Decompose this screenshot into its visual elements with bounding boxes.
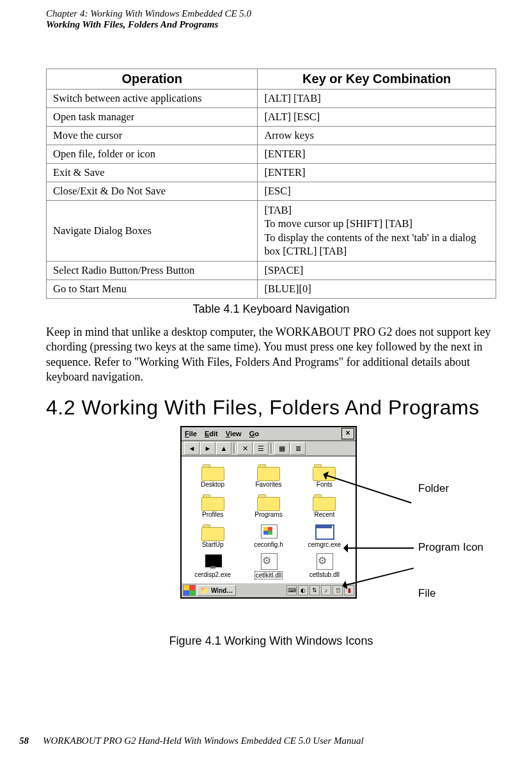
table-row: Navigate Dialog Boxes [TAB] To move curs… <box>47 201 496 262</box>
close-icon[interactable]: × <box>341 428 354 439</box>
display-exe-icon <box>201 552 224 570</box>
table-row: Move the cursor Arrow keys <box>47 127 496 145</box>
key-cell: Arrow keys <box>258 127 496 145</box>
folder-icon <box>257 492 280 510</box>
taskbar-folder-icon: 📁 <box>200 586 209 595</box>
key-cell: [ENTER] <box>258 145 496 164</box>
annotation-file: File <box>418 587 435 600</box>
op-cell: Move the cursor <box>47 127 258 145</box>
folder-icon <box>201 462 224 480</box>
list-item[interactable]: cerdisp2.exe <box>185 552 240 579</box>
list-item[interactable]: Desktop <box>185 462 240 488</box>
up-icon[interactable]: ▲ <box>216 442 231 455</box>
list-item[interactable]: Programs <box>241 492 295 518</box>
key-cell: [TAB] To move cursor up [SHIFT] [TAB] To… <box>258 201 496 262</box>
key-cell: [SPACE] <box>258 261 496 279</box>
task-label: Wind… <box>211 587 233 594</box>
section-heading: 4.2 Working With Files, Folders And Prog… <box>46 396 496 420</box>
list-item[interactable]: Profiles <box>185 492 240 518</box>
table-row: Open file, folder or icon [ENTER] <box>47 145 496 164</box>
large-icons-icon[interactable]: ▦ <box>274 442 290 455</box>
menu-go[interactable]: Go <box>247 429 261 438</box>
folder-icon <box>313 492 336 510</box>
item-label: Programs <box>254 511 282 518</box>
annotation-program-icon: Program Icon <box>418 541 483 554</box>
op-cell: Close/Exit & Do Not Save <box>47 182 258 201</box>
properties-icon[interactable]: ☰ <box>253 442 269 455</box>
item-label: ceconfig.h <box>254 541 283 548</box>
table-header-operation: Operation <box>47 69 258 90</box>
op-cell: Select Radio Button/Press Button <box>47 261 258 279</box>
menu-file[interactable]: File <box>183 429 199 438</box>
menu-view[interactable]: View <box>224 429 244 438</box>
toolbar-separator <box>233 443 235 453</box>
op-cell: Open task manager <box>47 108 258 127</box>
op-cell: Go to Start Menu <box>47 279 258 298</box>
forward-icon[interactable]: ► <box>200 442 215 455</box>
list-item[interactable]: Favorites <box>241 462 295 488</box>
table-row: Go to Start Menu [BLUE][0] <box>47 279 496 298</box>
list-item[interactable]: cetlstub.dll <box>297 552 352 579</box>
item-label: Profiles <box>202 511 223 518</box>
list-item[interactable]: ceconfig.h <box>241 522 295 548</box>
item-label: Favorites <box>255 481 281 488</box>
table-row: Exit & Save [ENTER] <box>47 164 496 182</box>
tray-icon[interactable]: ♪ <box>321 585 331 595</box>
key-cell: [ALT] [ESC] <box>258 108 496 127</box>
op-cell: Navigate Dialog Boxes <box>47 201 258 262</box>
list-item[interactable]: StartUp <box>185 522 240 548</box>
tray-icon[interactable]: ⇅ <box>309 585 320 595</box>
table-row: Select Radio Button/Press Button [SPACE] <box>47 261 496 279</box>
item-label: Desktop <box>201 481 224 488</box>
dll-file-icon <box>257 552 280 570</box>
list-item[interactable]: Recent <box>297 492 352 518</box>
item-label: Recent <box>314 511 334 518</box>
details-icon[interactable]: ≣ <box>290 442 306 455</box>
item-label: cetlkitl.dll <box>254 571 283 579</box>
tray-icon[interactable]: ◐ <box>298 585 308 595</box>
start-button-icon[interactable] <box>183 585 196 596</box>
op-cell: Exit & Save <box>47 164 258 182</box>
key-cell: [ENTER] <box>258 164 496 182</box>
tray-icon[interactable]: ⌨ <box>286 585 297 595</box>
key-cell: [ALT] [TAB] <box>258 90 496 108</box>
figure: File Edit View Go × ◄ ► ▲ ✕ ☰ ▦ ≣ Deskto <box>46 426 496 631</box>
page-number: 58 <box>19 735 29 746</box>
op-cell: Switch between active applications <box>47 90 258 108</box>
item-label: Fonts <box>317 481 332 488</box>
table-row: Switch between active applications [ALT]… <box>47 90 496 108</box>
table-caption: Table 4.1 Keyboard Navigation <box>46 303 496 316</box>
program-icon <box>313 522 336 540</box>
header-section: Working With Files, Folders And Programs <box>46 19 496 30</box>
delete-icon[interactable]: ✕ <box>237 442 253 455</box>
key-cell: [ESC] <box>258 182 496 201</box>
ce-explorer-window: File Edit View Go × ◄ ► ▲ ✕ ☰ ▦ ≣ Deskto <box>180 426 357 599</box>
key-cell: [BLUE][0] <box>258 279 496 298</box>
item-label: StartUp <box>202 541 224 548</box>
item-label: cemgrc.exe <box>308 541 341 548</box>
annotation-folder: Folder <box>418 482 449 495</box>
toolbar-separator <box>270 443 272 453</box>
folder-icon <box>201 522 224 540</box>
header-chapter: Chapter 4: Working With Windows Embedded… <box>46 8 496 19</box>
arrow-program-icon <box>347 547 414 549</box>
folder-icon <box>201 492 224 510</box>
item-label: cetlstub.dll <box>309 571 340 578</box>
page-footer: 58 WORKABOUT PRO G2 Hand-Held With Windo… <box>0 735 532 746</box>
table-row: Open task manager [ALT] [ESC] <box>47 108 496 127</box>
list-item[interactable]: cetlkitl.dll <box>241 552 295 579</box>
ce-taskbar: 📁 Wind… ⌨ ◐ ⇅ ♪ ⍰ ▮ <box>182 582 356 597</box>
ce-toolbar: ◄ ► ▲ ✕ ☰ ▦ ≣ <box>182 441 356 457</box>
op-cell: Open file, folder or icon <box>47 145 258 164</box>
table-header-key: Key or Key Combination <box>258 69 496 90</box>
back-icon[interactable]: ◄ <box>184 442 199 455</box>
menubar-spacer <box>265 433 338 434</box>
taskbar-button[interactable]: 📁 Wind… <box>197 585 236 596</box>
dll-file-icon <box>313 552 336 570</box>
config-file-icon <box>257 522 280 540</box>
table-row: Close/Exit & Do Not Save [ESC] <box>47 182 496 201</box>
item-label: cerdisp2.exe <box>194 571 231 578</box>
menu-edit[interactable]: Edit <box>203 429 220 438</box>
figure-caption: Figure 4.1 Working With Windows Icons <box>46 634 496 648</box>
folder-icon <box>257 462 280 480</box>
